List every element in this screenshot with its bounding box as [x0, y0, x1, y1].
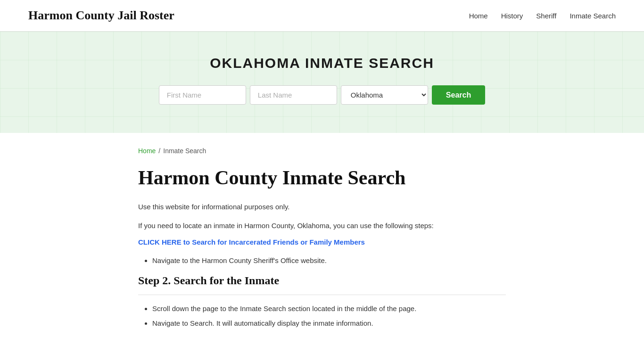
nav-sheriff[interactable]: Sheriff: [536, 12, 556, 20]
breadcrumb-home[interactable]: Home: [138, 147, 156, 155]
intro-text-2: If you need to locate an inmate in Harmo…: [138, 220, 506, 232]
main-nav: Home History Sheriff Inmate Search: [469, 12, 616, 20]
main-content: Home / Inmate Search Harmon County Inmat…: [110, 133, 534, 351]
first-name-input[interactable]: [159, 85, 246, 105]
step2-bullet-2: Navigate to Search. It will automaticall…: [152, 317, 506, 329]
hero-title: OKLAHOMA INMATE SEARCH: [9, 55, 635, 71]
site-title: Harmon County Jail Roster: [28, 8, 174, 23]
step1-list: Navigate to the Harmon County Sheriff's …: [138, 255, 506, 267]
breadcrumb: Home / Inmate Search: [138, 147, 506, 155]
hero-section: OKLAHOMA INMATE SEARCH Oklahoma Alabama …: [0, 32, 644, 133]
step2-bullet-1: Scroll down the page to the Inmate Searc…: [152, 303, 506, 315]
breadcrumb-current: Inmate Search: [163, 147, 206, 155]
step2-list: Scroll down the page to the Inmate Searc…: [138, 303, 506, 329]
page-title: Harmon County Inmate Search: [138, 166, 506, 189]
nav-history[interactable]: History: [501, 12, 523, 20]
inmate-search-form: Oklahoma Alabama Alaska Arizona Arkansas…: [9, 85, 635, 105]
intro-text-1: Use this website for informational purpo…: [138, 201, 506, 213]
cta-link[interactable]: CLICK HERE to Search for Incarcerated Fr…: [138, 238, 365, 246]
step1-bullet-1: Navigate to the Harmon County Sheriff's …: [152, 255, 506, 267]
section-divider: [138, 295, 506, 295]
nav-home[interactable]: Home: [469, 12, 488, 20]
last-name-input[interactable]: [250, 85, 337, 105]
site-header: Harmon County Jail Roster Home History S…: [0, 0, 644, 32]
breadcrumb-separator: /: [158, 147, 160, 155]
step2-heading: Step 2. Search for the Inmate: [138, 274, 506, 287]
search-button[interactable]: Search: [432, 85, 485, 105]
nav-inmate-search[interactable]: Inmate Search: [570, 12, 616, 20]
state-select[interactable]: Oklahoma Alabama Alaska Arizona Arkansas…: [341, 85, 428, 105]
